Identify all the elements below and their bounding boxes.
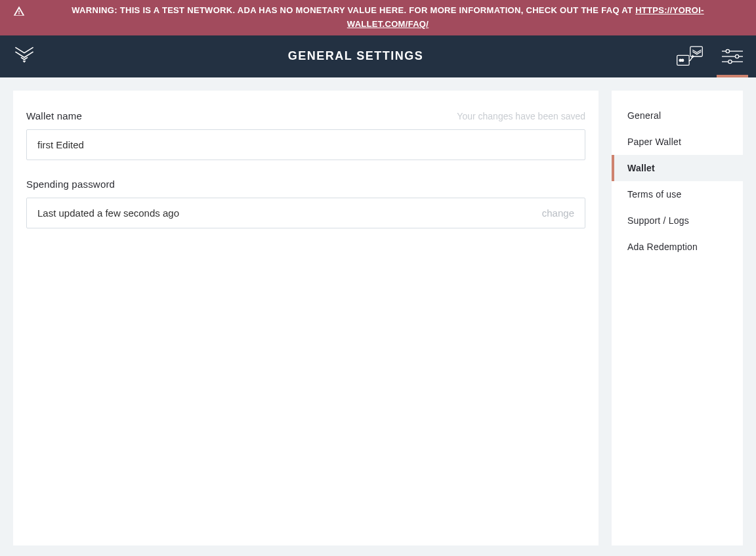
svg-point-5 <box>726 49 729 53</box>
sidebar-item-label: General <box>627 110 661 121</box>
sidebar-item-terms-of-use[interactable]: Terms of use <box>612 181 743 207</box>
saved-message: Your changes have been saved <box>457 111 585 121</box>
topbar-actions <box>676 35 743 77</box>
sidebar-item-general[interactable]: General <box>612 102 743 129</box>
main-panel: Wallet name Your changes have been saved… <box>13 91 598 545</box>
settings-button[interactable] <box>722 35 743 77</box>
warning-icon <box>13 5 25 22</box>
svg-point-7 <box>735 54 738 58</box>
svg-point-9 <box>728 60 732 63</box>
wallet-name-label: Wallet name <box>26 110 82 121</box>
settings-sidebar: General Paper Wallet Wallet Terms of use… <box>612 91 743 545</box>
sidebar-item-paper-wallet[interactable]: Paper Wallet <box>612 129 743 155</box>
spending-password-status: Last updated a few seconds ago <box>37 207 179 219</box>
sidebar-item-label: Ada Redemption <box>627 242 698 252</box>
sidebar-item-wallet[interactable]: Wallet <box>612 155 743 181</box>
topbar: GENERAL SETTINGS <box>0 35 756 77</box>
sidebar-item-ada-redemption[interactable]: Ada Redemption <box>612 234 743 260</box>
page-title: GENERAL SETTINGS <box>35 49 676 63</box>
sidebar-item-label: Paper Wallet <box>627 137 681 147</box>
content-area: Wallet name Your changes have been saved… <box>0 77 756 556</box>
wallet-name-input-wrapper <box>26 129 585 160</box>
sidebar-item-label: Wallet <box>627 163 655 173</box>
svg-point-2 <box>681 59 683 61</box>
sidebar-item-label: Terms of use <box>627 189 682 200</box>
app-logo-icon[interactable] <box>13 44 35 69</box>
spending-password-label: Spending password <box>26 179 115 190</box>
change-password-link[interactable]: change <box>542 207 574 219</box>
spending-password-group: Spending password Last updated a few sec… <box>26 179 585 228</box>
warning-bar: WARNING: THIS IS A TEST NETWORK. ADA HAS… <box>0 0 756 35</box>
wallet-name-input[interactable] <box>37 139 574 150</box>
warning-text: WARNING: THIS IS A TEST NETWORK. ADA HAS… <box>33 4 743 32</box>
sidebar-item-label: Support / Logs <box>627 215 689 226</box>
warning-message: WARNING: THIS IS A TEST NETWORK. ADA HAS… <box>72 5 635 15</box>
spending-password-row: Last updated a few seconds ago change <box>26 198 585 228</box>
wallet-name-group: Wallet name Your changes have been saved <box>26 110 585 160</box>
sidebar-item-support-logs[interactable]: Support / Logs <box>612 207 743 234</box>
wallet-switch-button[interactable] <box>676 35 704 77</box>
